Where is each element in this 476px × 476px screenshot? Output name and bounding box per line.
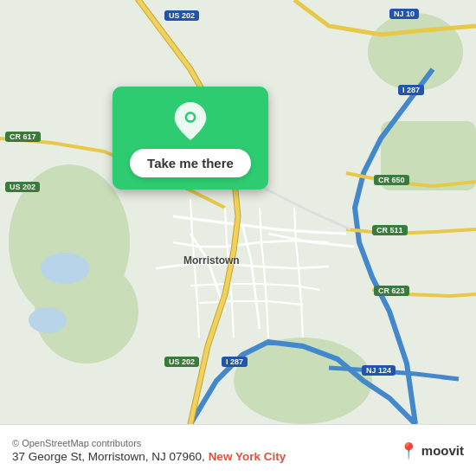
address-line: 37 George St, Morristown, NJ 07960, New … [12,450,286,463]
route-badge-us202-left: US 202 [5,182,40,192]
take-me-there-button[interactable]: Take me there [130,149,251,177]
svg-point-7 [29,307,67,333]
route-badge-i287-bottom: I 287 [222,357,248,367]
svg-point-6 [41,253,89,284]
route-badge-us202-top: US 202 [164,10,199,21]
route-badge-nj124: NJ 124 [362,365,396,376]
info-bar: © OpenStreetMap contributors 37 George S… [0,424,476,476]
route-badge-us202-bottom: US 202 [164,357,199,367]
moovit-text: moovit [421,443,464,458]
address-main: 37 George St, Morristown, NJ 07960, [12,450,205,463]
route-badge-cr650: CR 650 [374,175,409,185]
address-city: New York City [209,450,286,463]
location-pin-icon [171,102,209,140]
location-card: Take me there [113,87,268,190]
svg-point-9 [187,114,193,120]
svg-point-3 [368,13,463,91]
route-badge-i287-top: I 287 [398,85,424,95]
route-badge-nj10: NJ 10 [389,9,419,19]
moovit-logo: 📍 moovit [399,441,464,460]
address-section: © OpenStreetMap contributors 37 George S… [12,438,399,463]
map-container: US 202 NJ 10 I 287 CR 617 US 202 CR 650 … [0,0,476,424]
town-label-morristown: Morristown [183,254,240,267]
route-badge-cr617: CR 617 [5,132,41,142]
route-badge-cr511: CR 511 [372,225,408,235]
osm-credit: © OpenStreetMap contributors [12,438,399,448]
route-badge-cr623: CR 623 [374,286,409,296]
moovit-pin-icon: 📍 [399,441,418,460]
